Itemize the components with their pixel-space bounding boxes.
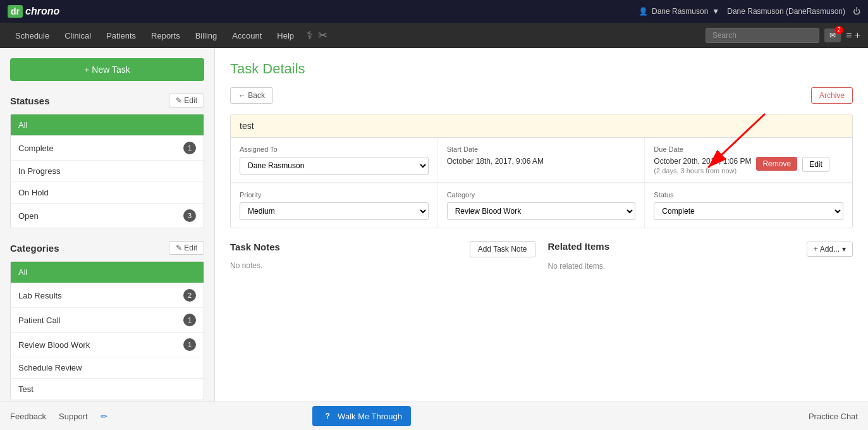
statuses-edit-button[interactable]: ✎ Edit xyxy=(169,94,204,108)
task-fields-row1: Assigned To Dane Rasmuson Start Date Oct… xyxy=(231,138,852,183)
remove-button[interactable]: Remove xyxy=(756,157,797,171)
categories-list: All Lab Results 2 Patient Call 1 Review … xyxy=(10,261,204,400)
power-icon[interactable]: ⏻ xyxy=(853,7,860,16)
edit-due-date-button[interactable]: Edit xyxy=(802,157,829,172)
statuses-list: All Complete 1 In Progress On Hold Open … xyxy=(10,114,204,228)
status-all[interactable]: All xyxy=(11,114,204,136)
category-lab-results-label: Lab Results xyxy=(18,291,62,300)
category-patient-call-badge: 1 xyxy=(183,314,196,326)
new-task-button[interactable]: + New Task xyxy=(10,58,204,81)
category-field: Category Lab Results Patient Call Review… xyxy=(438,183,645,228)
status-select[interactable]: Complete In Progress On Hold Open xyxy=(654,202,843,220)
status-complete[interactable]: Complete 1 xyxy=(11,136,204,161)
priority-select[interactable]: Low Medium High xyxy=(240,202,429,220)
status-on-hold[interactable]: On Hold xyxy=(11,182,204,204)
no-related-text: No related items. xyxy=(548,262,853,271)
task-name: test xyxy=(231,114,852,138)
category-schedule-review[interactable]: Schedule Review xyxy=(11,357,204,379)
user-info-1[interactable]: 👤 Dane Rasmuson ▼ xyxy=(639,7,719,16)
back-button[interactable]: ← Back xyxy=(230,87,273,104)
task-notes-section: Task Notes Add Task Note No notes. xyxy=(230,241,535,271)
start-date-field: Start Date October 18th, 2017, 9:06 AM xyxy=(438,138,645,182)
walk-me-label: Walk Me Through xyxy=(338,412,402,421)
top-bar: dr chrono 👤 Dane Rasmuson ▼ Dane Rasmuso… xyxy=(0,0,868,23)
nav-clinical[interactable]: Clinical xyxy=(57,23,99,48)
task-card: test Assigned To Dane Rasmuson Start Dat… xyxy=(230,114,853,228)
status-complete-label: Complete xyxy=(18,144,54,153)
category-review-blood-work-badge: 1 xyxy=(183,338,196,351)
content-area: Task Details ← Back Archive test Assigne… xyxy=(215,48,868,430)
assigned-to-field: Assigned To Dane Rasmuson xyxy=(231,138,438,182)
nav-account[interactable]: Account xyxy=(224,23,269,48)
nav-schedule[interactable]: Schedule xyxy=(8,23,57,48)
user-dropdown-icon: ▼ xyxy=(712,7,719,16)
logo-chrono: chrono xyxy=(25,6,59,17)
priority-label: Priority xyxy=(240,191,429,199)
category-test[interactable]: Test xyxy=(11,379,204,400)
related-items-header: Related Items + Add... ▾ xyxy=(548,241,853,257)
categories-edit-button[interactable]: ✎ Edit xyxy=(169,241,204,255)
pencil-icon[interactable]: ✏ xyxy=(101,412,107,421)
mail-button[interactable]: ✉ 2 xyxy=(824,28,841,42)
nav-bar: Schedule Clinical Patients Reports Billi… xyxy=(0,23,868,48)
logo-dr: dr xyxy=(8,5,23,18)
feedback-link[interactable]: Feedback xyxy=(10,412,46,421)
status-complete-badge: 1 xyxy=(183,142,196,154)
category-review-blood-work[interactable]: Review Blood Work 1 xyxy=(11,333,204,357)
task-notes-header: Task Notes Add Task Note xyxy=(230,241,535,257)
no-notes-text: No notes. xyxy=(230,261,535,270)
due-date-sub: (2 days, 3 hours from now) xyxy=(654,167,751,175)
status-open[interactable]: Open 3 xyxy=(11,204,204,228)
statuses-header: Statuses ✎ Edit xyxy=(10,94,204,108)
nav-right: ✉ 2 ≡ + xyxy=(706,28,860,43)
status-all-label: All xyxy=(18,120,27,130)
assigned-to-label: Assigned To xyxy=(240,145,429,153)
scissors-icon: ✂ xyxy=(318,28,327,42)
task-notes-title: Task Notes xyxy=(230,242,280,252)
category-test-label: Test xyxy=(18,384,34,394)
due-date-label: Due Date xyxy=(654,145,843,153)
bottom-section: Task Notes Add Task Note No notes. Relat… xyxy=(230,241,853,271)
hamburger-menu[interactable]: ≡ + xyxy=(846,30,860,41)
action-bar: ← Back Archive xyxy=(230,87,853,104)
category-schedule-review-label: Schedule Review xyxy=(18,363,82,372)
category-select[interactable]: Lab Results Patient Call Review Blood Wo… xyxy=(447,202,636,220)
nav-reports[interactable]: Reports xyxy=(144,23,188,48)
assigned-to-select[interactable]: Dane Rasmuson xyxy=(240,157,429,175)
due-date-field: Due Date October 20th, 2017, 1:06 PM (2 … xyxy=(645,138,852,182)
category-lab-results-badge: 2 xyxy=(183,289,196,302)
add-related-button[interactable]: + Add... ▾ xyxy=(807,242,853,257)
category-label: Category xyxy=(447,191,636,199)
add-note-button[interactable]: Add Task Note xyxy=(470,241,535,257)
statuses-title: Statuses xyxy=(10,95,50,106)
nav-patients[interactable]: Patients xyxy=(99,23,144,48)
status-open-badge: 3 xyxy=(183,209,196,222)
user-name-2: Dane Rasmuson (DaneRasmuson) xyxy=(727,7,845,16)
status-in-progress[interactable]: In Progress xyxy=(11,161,204,182)
user-name-1: Dane Rasmuson xyxy=(652,7,708,16)
start-date-value: October 18th, 2017, 9:06 AM xyxy=(447,157,636,166)
related-items-title: Related Items xyxy=(548,241,610,252)
archive-button[interactable]: Archive xyxy=(811,87,853,104)
user-info-2: Dane Rasmuson (DaneRasmuson) xyxy=(727,7,845,16)
search-input[interactable] xyxy=(706,28,819,43)
status-label: Status xyxy=(654,191,843,199)
due-date-info: October 20th, 2017, 1:06 PM (2 days, 3 h… xyxy=(654,157,751,175)
categories-header: Categories ✎ Edit xyxy=(10,241,204,255)
support-link[interactable]: Support xyxy=(59,412,88,421)
mail-badge: 2 xyxy=(834,26,843,34)
category-all[interactable]: All xyxy=(11,262,204,283)
status-open-label: Open xyxy=(18,211,39,221)
user-icon: 👤 xyxy=(639,7,648,16)
walk-me-question-icon: ? xyxy=(321,410,334,422)
add-related-label: + Add... xyxy=(814,245,840,254)
walk-me-button[interactable]: ? Walk Me Through xyxy=(312,406,411,426)
nav-billing[interactable]: Billing xyxy=(188,23,225,48)
priority-field: Priority Low Medium High xyxy=(231,183,438,228)
category-lab-results[interactable]: Lab Results 2 xyxy=(11,283,204,308)
category-patient-call[interactable]: Patient Call 1 xyxy=(11,308,204,333)
add-related-chevron: ▾ xyxy=(842,245,846,254)
main-layout: + New Task Statuses ✎ Edit All Complete … xyxy=(0,48,868,430)
nav-help[interactable]: Help xyxy=(269,23,302,48)
practice-chat-link[interactable]: Practice Chat xyxy=(809,412,858,421)
